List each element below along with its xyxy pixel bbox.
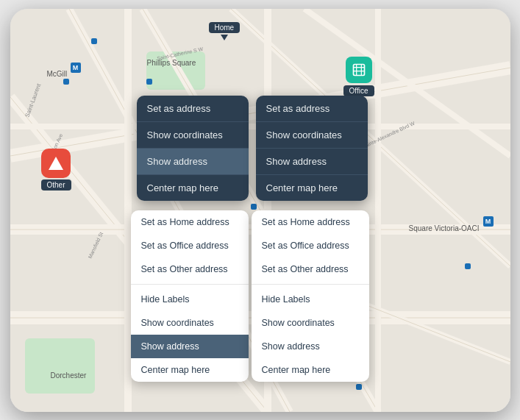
light-right-set-other[interactable]: Set as Other address bbox=[252, 257, 369, 281]
light-right-set-home[interactable]: Set as Home address bbox=[252, 210, 369, 234]
light-left-section1: Set as Home address Set as Office addres… bbox=[131, 210, 249, 285]
dark-right-center-map[interactable]: Center map here bbox=[256, 175, 368, 201]
device-frame: Saint-Laurent Mansfield St Union Ave Sai… bbox=[10, 9, 510, 412]
light-right-show-address[interactable]: Show address bbox=[252, 335, 369, 358]
light-right-show-coordinates[interactable]: Show coordinates bbox=[252, 311, 369, 335]
dark-right-set-address[interactable]: Set as address bbox=[256, 96, 368, 122]
popups-layer: Set as address Show coordinates Show add… bbox=[10, 9, 510, 412]
light-left-set-other[interactable]: Set as Other address bbox=[131, 257, 249, 281]
light-left-hide-labels[interactable]: Hide Labels bbox=[131, 288, 249, 311]
light-left-show-address[interactable]: Show address bbox=[131, 335, 249, 358]
light-right-set-office[interactable]: Set as Office address bbox=[252, 234, 369, 257]
light-left-set-office[interactable]: Set as Office address bbox=[131, 234, 249, 257]
light-left-center-map[interactable]: Center map here bbox=[131, 358, 249, 382]
dark-popup-left: Set as address Show coordinates Show add… bbox=[137, 96, 249, 201]
light-right-section1: Set as Home address Set as Office addres… bbox=[252, 210, 369, 285]
dark-left-show-coordinates[interactable]: Show coordinates bbox=[137, 122, 249, 149]
light-right-section2: Hide Labels Show coordinates Show addres… bbox=[252, 288, 369, 382]
light-left-section2: Hide Labels Show coordinates Show addres… bbox=[131, 288, 249, 382]
light-popup-left: Set as Home address Set as Office addres… bbox=[131, 210, 249, 382]
light-left-set-home[interactable]: Set as Home address bbox=[131, 210, 249, 234]
light-right-center-map[interactable]: Center map here bbox=[252, 358, 369, 382]
dark-right-show-address[interactable]: Show address bbox=[256, 149, 368, 175]
dark-popup-right: Set as address Show coordinates Show add… bbox=[256, 96, 368, 201]
dark-right-show-coordinates[interactable]: Show coordinates bbox=[256, 122, 368, 149]
dark-left-show-address[interactable]: Show address bbox=[137, 149, 249, 175]
light-left-show-coordinates[interactable]: Show coordinates bbox=[131, 311, 249, 335]
dark-left-center-map[interactable]: Center map here bbox=[137, 175, 249, 201]
light-right-hide-labels[interactable]: Hide Labels bbox=[252, 288, 369, 311]
light-popup-right: Set as Home address Set as Office addres… bbox=[252, 210, 369, 382]
dark-left-set-address[interactable]: Set as address bbox=[137, 96, 249, 122]
